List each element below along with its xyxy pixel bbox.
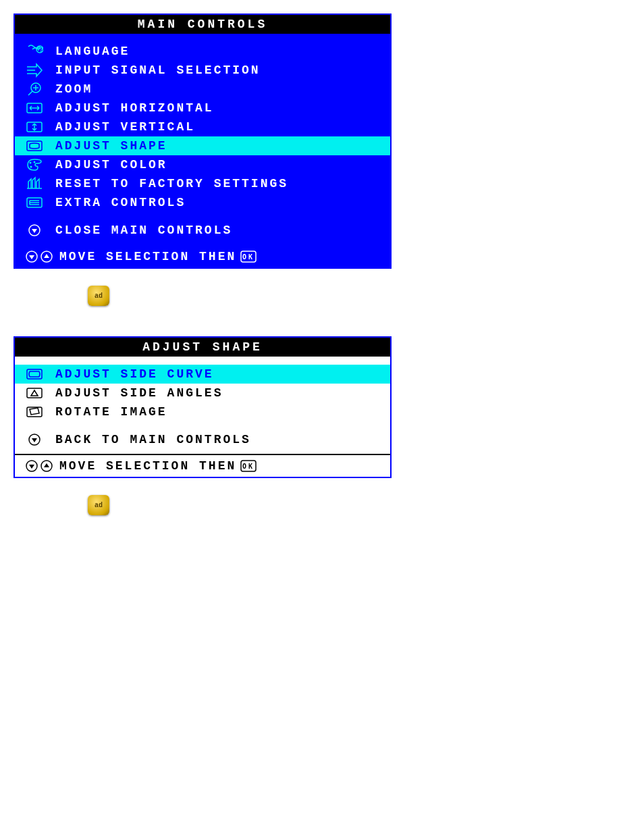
menu-label: ZOOM	[55, 82, 390, 96]
footer-bar: MOVE SELECTION THEN OK	[15, 454, 390, 477]
shape-icon	[23, 138, 46, 153]
color-icon	[23, 157, 46, 172]
svg-text:?: ?	[39, 47, 43, 54]
menu-item-back[interactable]: BACK TO MAIN CONTROLS	[15, 431, 390, 448]
window-title: MAIN CONTROLS	[15, 15, 390, 34]
menu-label: EXTRA CONTROLS	[55, 196, 390, 209]
menu-item-zoom[interactable]: ZOOM	[15, 80, 390, 99]
svg-text:OK: OK	[242, 253, 254, 261]
reset-icon	[23, 176, 46, 191]
menu-label: RESET TO FACTORY SETTINGS	[55, 177, 390, 190]
svg-text:OK: OK	[242, 463, 254, 470]
menu-item-side-curve[interactable]: ADJUST SIDE CURVE	[15, 365, 390, 384]
ok-icon: OK	[240, 460, 257, 472]
menu-label: ADJUST COLOR	[55, 158, 390, 172]
menu-item-adjust-horizontal[interactable]: ADJUST HORIZONTAL	[15, 99, 390, 118]
menu-body: ADJUST SIDE CURVE ADJUST SIDE ANGLES ROT…	[15, 357, 390, 454]
menu-item-input-signal[interactable]: INPUT SIGNAL SELECTION	[15, 61, 390, 80]
up-down-icons	[23, 250, 55, 263]
menu-label: INPUT SIGNAL SELECTION	[55, 63, 390, 77]
side-angles-icon	[23, 386, 46, 400]
svg-point-7	[34, 161, 36, 163]
input-icon	[23, 63, 46, 78]
menu-item-close[interactable]: CLOSE MAIN CONTROLS	[15, 221, 390, 239]
language-icon: ?	[23, 44, 46, 59]
menu-label: CLOSE MAIN CONTROLS	[55, 224, 390, 237]
menu-item-adjust-color[interactable]: ADJUST COLOR	[15, 155, 390, 174]
ok-physical-button[interactable]	[88, 495, 109, 515]
menu-item-rotate-image[interactable]: ROTATE IMAGE	[15, 402, 390, 421]
zoom-icon	[23, 82, 46, 97]
window-title: ADJUST SHAPE	[15, 338, 390, 357]
menu-label: LANGUAGE	[55, 45, 390, 58]
menu-label: ADJUST SIDE CURVE	[55, 367, 390, 381]
menu-body: ? LANGUAGE INPUT SIGNAL SELECTION ZOOM A…	[15, 34, 390, 244]
vertical-icon	[23, 120, 46, 134]
menu-item-reset-factory[interactable]: RESET TO FACTORY SETTINGS	[15, 174, 390, 193]
menu-label: ADJUST HORIZONTAL	[55, 101, 390, 115]
ok-icon: OK	[240, 251, 257, 263]
menu-label: BACK TO MAIN CONTROLS	[55, 433, 390, 446]
menu-label: ADJUST SIDE ANGLES	[55, 386, 390, 400]
horizontal-icon	[23, 101, 46, 115]
svg-point-6	[30, 166, 32, 168]
ok-physical-button[interactable]	[88, 286, 109, 306]
adjust-shape-window: ADJUST SHAPE ADJUST SIDE CURVE ADJUST SI…	[14, 336, 392, 478]
menu-label: ADJUST VERTICAL	[55, 120, 390, 134]
menu-item-adjust-vertical[interactable]: ADJUST VERTICAL	[15, 118, 390, 136]
menu-item-language[interactable]: ? LANGUAGE	[15, 42, 390, 61]
main-controls-window: MAIN CONTROLS ? LANGUAGE INPUT SIGNAL SE…	[14, 14, 392, 269]
menu-item-side-angles[interactable]: ADJUST SIDE ANGLES	[15, 384, 390, 402]
footer-bar: MOVE SELECTION THEN OK	[15, 244, 390, 267]
footer-text: MOVE SELECTION THEN	[59, 459, 236, 473]
down-triangle-icon	[23, 433, 46, 446]
down-triangle-icon	[23, 224, 46, 237]
extra-icon	[23, 195, 46, 210]
menu-item-extra-controls[interactable]: EXTRA CONTROLS	[15, 193, 390, 212]
footer-text: MOVE SELECTION THEN	[59, 250, 236, 263]
side-curve-icon	[23, 367, 46, 382]
svg-point-5	[30, 162, 32, 164]
rotate-icon	[23, 405, 46, 419]
menu-label: ROTATE IMAGE	[55, 405, 390, 419]
menu-label: ADJUST SHAPE	[55, 139, 390, 153]
up-down-icons	[23, 459, 55, 473]
menu-item-adjust-shape[interactable]: ADJUST SHAPE	[15, 136, 390, 155]
